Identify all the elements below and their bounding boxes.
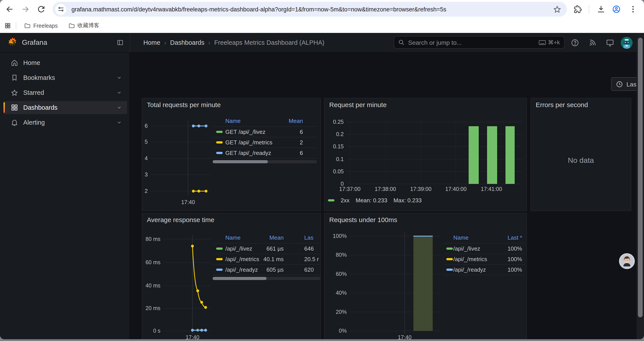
user-avatar[interactable] [621, 37, 632, 49]
sidebar-item-starred[interactable]: Starred [4, 86, 127, 99]
svg-text:3: 3 [145, 171, 148, 178]
svg-text:6: 6 [145, 123, 148, 129]
page-scrollbar[interactable] [636, 33, 644, 339]
search-icon [398, 39, 405, 46]
collapse-sidebar-icon[interactable] [116, 39, 124, 46]
star-icon [10, 89, 18, 97]
monitor-icon[interactable] [606, 39, 614, 47]
svg-text:60 ms: 60 ms [146, 259, 160, 265]
legend-column-header[interactable]: Mean [212, 116, 303, 126]
menu-kebab-icon[interactable] [629, 5, 638, 14]
legend-cell: 620 [304, 265, 314, 275]
sidebar-item-label: Starred [23, 89, 116, 96]
legend-row[interactable]: GET /api/_/livez6 [212, 127, 317, 137]
grafana-logo-icon[interactable] [6, 37, 18, 48]
legend-column-header[interactable]: Las [304, 233, 314, 243]
legend-header-row: NameMean [212, 116, 317, 127]
chevron-down-icon[interactable] [116, 75, 122, 80]
svg-text:17:41:00: 17:41:00 [481, 186, 502, 192]
download-icon[interactable] [597, 5, 606, 14]
bookmark-icon [10, 74, 18, 82]
legend-cell: 100% [444, 265, 522, 275]
browser-toolbar: grafana.mathmast.com/d/deytv4rwavabkb/fr… [0, 0, 644, 19]
legend-cell: 40.1 ms [212, 254, 284, 264]
legend-row[interactable]: GET /api/_/metrics2 [212, 137, 317, 148]
legend-cell: 661 µs [212, 244, 284, 254]
legend-scrollbar[interactable] [212, 277, 320, 280]
news-rss-icon[interactable] [588, 39, 597, 47]
legend[interactable]: 2xx Mean: 0.233 Max: 0.233 [328, 197, 422, 204]
bookmark-star-icon[interactable] [553, 5, 562, 14]
legend-row[interactable]: /api/_/livez661 µs646 [212, 244, 320, 254]
chevron-down-icon[interactable] [116, 120, 122, 125]
legend-column-header[interactable]: Last * [444, 233, 522, 243]
breadcrumb-separator: › [164, 39, 166, 46]
sidebar-item-home[interactable]: Home [4, 56, 127, 69]
legend-row[interactable]: /api/_/readyz605 µs620 [212, 265, 320, 275]
help-icon[interactable] [571, 39, 579, 47]
bookmark-folder[interactable]: Freeleaps [20, 21, 61, 31]
svg-text:100%: 100% [333, 233, 347, 239]
search-input[interactable]: Search or jump to... ⌘+k [394, 36, 565, 49]
browser-chrome: grafana.mathmast.com/d/deytv4rwavabkb/fr… [0, 0, 644, 33]
scrollbar-thumb[interactable] [638, 38, 643, 317]
breadcrumb-separator: › [208, 39, 210, 46]
svg-text:17:40:00: 17:40:00 [445, 186, 466, 192]
legend-row[interactable]: /api/_/metrics40.1 ms20.5 r [212, 254, 320, 265]
site-info-icon[interactable] [55, 4, 66, 15]
breadcrumb-item[interactable]: Home [143, 39, 160, 46]
svg-text:0.15: 0.15 [333, 143, 344, 149]
legend-row[interactable]: /api/_/livez100% [444, 244, 525, 254]
svg-text:5: 5 [145, 139, 148, 145]
svg-text:0%: 0% [339, 327, 347, 334]
no-data-message: No data [531, 156, 631, 165]
chevron-down-icon[interactable] [116, 90, 122, 95]
svg-text:17:38:00: 17:38:00 [374, 186, 396, 192]
reload-icon[interactable] [36, 5, 46, 14]
svg-text:0 s: 0 s [153, 327, 160, 334]
apps-grid-icon[interactable] [4, 22, 11, 29]
panel-errors-per-second: Errors per second No data [530, 98, 631, 211]
legend-scrollbar-thumb[interactable] [212, 277, 266, 280]
legend-column-header[interactable]: Mean [212, 233, 284, 243]
chevron-down-icon[interactable] [116, 105, 122, 110]
legend-cell: 6 [212, 148, 303, 158]
bookmark-folder[interactable]: 收藏博客 [65, 20, 103, 31]
sidebar-item-dashboards[interactable]: Dashboards [4, 101, 127, 114]
legend-scrollbar[interactable] [212, 160, 317, 163]
search-placeholder: Search or jump to... [408, 39, 539, 46]
legend-table: NameMeanGET /api/_/livez6GET /api/_/metr… [212, 116, 317, 163]
url-bar[interactable]: grafana.mathmast.com/d/deytv4rwavabkb/fr… [52, 2, 567, 17]
legend-cell: 646 [304, 244, 314, 254]
svg-text:17:40: 17:40 [398, 334, 412, 339]
legend-scrollbar-thumb[interactable] [212, 160, 268, 163]
panel-requests-under-100ms: Requests under 100ms 100%80%60%40%20%0%1… [324, 213, 527, 339]
brand-title: Grafana [22, 39, 47, 47]
sidebar-item-bookmarks[interactable]: Bookmarks [4, 71, 127, 84]
bookmarks-bar: Freeleaps收藏博客 [0, 19, 644, 33]
extensions-icon[interactable] [574, 5, 582, 14]
home-icon [10, 59, 18, 67]
sidebar-item-label: Alerting [23, 119, 116, 126]
svg-text:80%: 80% [336, 252, 347, 258]
profile-icon[interactable] [612, 5, 621, 14]
back-icon[interactable] [5, 5, 14, 14]
assistant-avatar[interactable] [619, 253, 635, 269]
time-controls: Last 5 minutes Refresh [130, 77, 636, 91]
breadcrumb-item[interactable]: Dashboards [170, 39, 204, 46]
panel-request-per-minute: Request per minute 0.250.20.150.10.05017… [324, 98, 527, 211]
legend-row[interactable]: /api/_/metrics100% [444, 254, 525, 265]
legend-table: NameLast */api/_/livez100%/api/_/metrics… [444, 233, 525, 275]
breadcrumb: Home›Dashboards›Freeleaps Metrics Dashbo… [143, 33, 324, 52]
search-shortcut: ⌘+k [539, 39, 560, 46]
url-text: grafana.mathmast.com/d/deytv4rwavabkb/fr… [72, 6, 553, 13]
bell-icon [10, 119, 18, 126]
legend-cell: 100% [444, 254, 522, 264]
panel-total-requests-per-minute: Total requests per minute 6543217:40 Nam… [142, 98, 321, 211]
forward-icon[interactable] [20, 5, 30, 14]
sidebar-item-alerting[interactable]: Alerting [4, 116, 127, 129]
legend-row[interactable]: /api/_/readyz100% [444, 265, 525, 275]
legend-row[interactable]: GET /api/_/readyz6 [212, 148, 317, 158]
brand-section: Grafana [0, 33, 130, 52]
breadcrumb-item: Freeleaps Metrics Dashboard (ALPHA) [214, 39, 324, 46]
